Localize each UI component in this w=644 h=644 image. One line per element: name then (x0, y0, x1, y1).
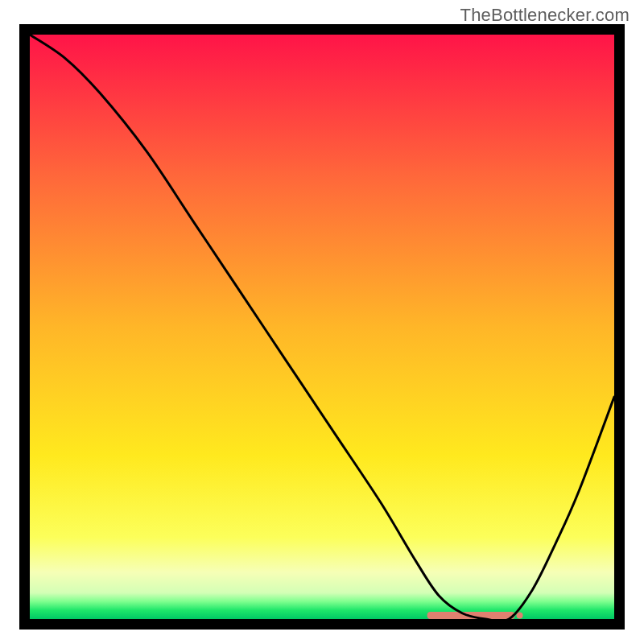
chart-background-gradient (30, 35, 614, 619)
watermark-text: TheBottlenecker.com (460, 5, 630, 26)
chart-container (19, 24, 625, 630)
bottleneck-chart (19, 24, 625, 630)
baseline-marker-dot (517, 613, 523, 619)
